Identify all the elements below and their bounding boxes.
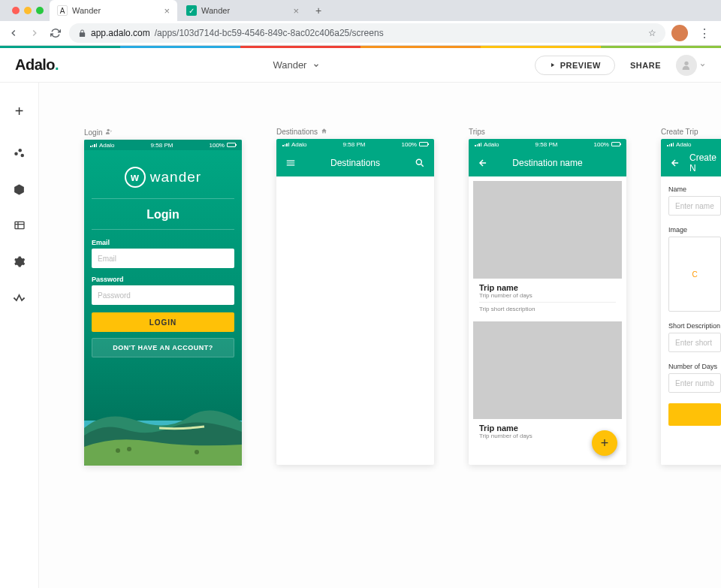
- bookmark-star-icon[interactable]: ☆: [648, 28, 656, 38]
- phone-frame[interactable]: Adalo Create N Name Image C Short Descri…: [661, 139, 721, 465]
- image-field-label: Image: [668, 226, 721, 234]
- project-selector[interactable]: Wander: [59, 59, 535, 71]
- chevron-down-icon: [699, 62, 706, 68]
- svg-point-12: [416, 159, 421, 164]
- new-tab-button[interactable]: +: [308, 5, 329, 17]
- svg-point-3: [20, 154, 24, 158]
- email-input[interactable]: [92, 249, 234, 268]
- screen-label: Destinations: [276, 128, 318, 136]
- tab-title: Wander: [72, 6, 101, 15]
- play-icon: [549, 62, 556, 68]
- browser-tab[interactable]: ✓ Wander ×: [179, 0, 306, 21]
- trip-name: Trip name: [479, 283, 616, 292]
- branding-icon[interactable]: [12, 146, 27, 161]
- settings-icon[interactable]: [12, 254, 27, 269]
- preview-button[interactable]: PREVIEW: [535, 56, 615, 75]
- url-path: /apps/103d714d-bc59-4546-849c-8ac02c406a…: [155, 28, 384, 38]
- publish-icon[interactable]: [12, 290, 27, 305]
- chrome-menu-button[interactable]: ⋮: [694, 26, 715, 41]
- status-bar: Adalo: [661, 139, 721, 149]
- svg-point-10: [127, 447, 131, 451]
- scenery-image: [84, 375, 242, 466]
- svg-point-2: [18, 149, 22, 152]
- app-bar-title: Create N: [682, 152, 721, 173]
- design-canvas[interactable]: Login Adalo 9:58 PM 100% w wander: [39, 83, 721, 588]
- svg-point-11: [195, 450, 199, 454]
- screens-icon[interactable]: [12, 182, 27, 197]
- accent-bar: [0, 46, 721, 48]
- login-button[interactable]: LOGIN: [92, 312, 234, 332]
- phone-frame[interactable]: Adalo 9:58 PM 100% Destination name Trip…: [469, 139, 626, 465]
- profile-avatar[interactable]: [671, 25, 688, 41]
- chevron-down-icon: [312, 62, 320, 69]
- image-upload[interactable]: C: [668, 237, 721, 312]
- close-tab-button[interactable]: ×: [293, 5, 299, 17]
- brand-name: wander: [150, 169, 201, 185]
- phone-frame[interactable]: Adalo 9:58 PM 100% Destinations: [276, 139, 434, 465]
- short-desc-label: Short Description: [668, 322, 721, 330]
- share-button[interactable]: SHARE: [630, 61, 661, 70]
- tab-title: Wander: [201, 6, 230, 15]
- back-arrow-icon[interactable]: [476, 158, 490, 168]
- hamburger-icon[interactable]: [284, 158, 297, 168]
- close-tab-button[interactable]: ×: [164, 5, 170, 17]
- user-flow-icon: [105, 128, 113, 137]
- url-bar[interactable]: app.adalo.com/apps/103d714d-bc59-4546-84…: [69, 23, 665, 43]
- database-icon[interactable]: [12, 218, 27, 233]
- tab-strip: A Wander × ✓ Wander × +: [0, 0, 721, 21]
- trip-image-placeholder: [473, 321, 622, 419]
- svg-line-13: [421, 164, 424, 167]
- person-icon: [680, 59, 692, 71]
- trip-card[interactable]: Trip name Trip number of days: [473, 321, 622, 444]
- screen-label: Create Trip: [661, 128, 698, 136]
- lock-icon: [78, 29, 86, 38]
- browser-tab-active[interactable]: A Wander ×: [50, 0, 177, 21]
- password-label: Password: [92, 276, 234, 283]
- maximize-window-button[interactable]: [36, 7, 44, 14]
- tab-favicon: A: [57, 5, 68, 16]
- back-arrow-icon[interactable]: [668, 158, 682, 168]
- app-bar: Create N: [661, 149, 721, 176]
- search-icon[interactable]: [413, 158, 427, 168]
- user-menu-button[interactable]: [676, 55, 697, 76]
- submit-button[interactable]: [668, 403, 721, 426]
- signup-link-button[interactable]: DON'T HAVE AN ACCOUNT?: [92, 338, 234, 357]
- login-heading: Login: [92, 208, 234, 222]
- add-component-button[interactable]: +: [6, 98, 33, 125]
- url-host: app.adalo.com: [91, 28, 150, 38]
- wander-logo-icon: w: [125, 167, 146, 188]
- svg-rect-4: [15, 222, 24, 228]
- password-input[interactable]: [92, 285, 234, 305]
- adalo-logo[interactable]: Adalo.: [15, 56, 59, 74]
- app-bar: Destinations: [276, 149, 434, 176]
- trip-card[interactable]: Trip name Trip number of days Trip short…: [473, 181, 622, 317]
- back-button[interactable]: [6, 26, 21, 41]
- name-input[interactable]: [668, 196, 721, 216]
- svg-point-9: [116, 448, 120, 453]
- svg-point-1: [14, 152, 18, 156]
- screen-login[interactable]: Login Adalo 9:58 PM 100% w wander: [84, 128, 242, 588]
- days-input[interactable]: [668, 373, 721, 393]
- screen-create-trip[interactable]: Create Trip Adalo Create N Name Image C: [661, 128, 721, 588]
- screen-trips[interactable]: Trips Adalo 9:58 PM 100% Destination nam…: [469, 128, 626, 588]
- reload-button[interactable]: [48, 26, 63, 41]
- forward-button[interactable]: [27, 26, 42, 41]
- app-bar-title: Destination name: [490, 158, 605, 168]
- close-window-button[interactable]: [12, 7, 20, 14]
- status-bar: Adalo 9:58 PM 100%: [84, 140, 242, 150]
- minimize-window-button[interactable]: [24, 7, 32, 14]
- window-controls: [6, 7, 50, 14]
- project-name: Wander: [273, 59, 306, 71]
- short-desc-input[interactable]: [668, 333, 721, 352]
- app-bar: Destination name: [469, 149, 626, 176]
- add-trip-fab[interactable]: +: [592, 430, 617, 456]
- svg-point-7: [107, 129, 110, 131]
- status-bar: Adalo 9:58 PM 100%: [469, 139, 626, 149]
- screen-destinations[interactable]: Destinations Adalo 9:58 PM 100% Destinat…: [276, 128, 434, 588]
- name-field-label: Name: [668, 185, 721, 193]
- app-header: Adalo. Wander PREVIEW SHARE: [0, 48, 721, 83]
- phone-frame[interactable]: Adalo 9:58 PM 100% w wander Login Email: [84, 140, 242, 466]
- browser-chrome: A Wander × ✓ Wander × + app.adalo.com/ap…: [0, 0, 721, 46]
- trip-name: Trip name: [479, 424, 616, 433]
- toolbar: app.adalo.com/apps/103d714d-bc59-4546-84…: [0, 21, 721, 45]
